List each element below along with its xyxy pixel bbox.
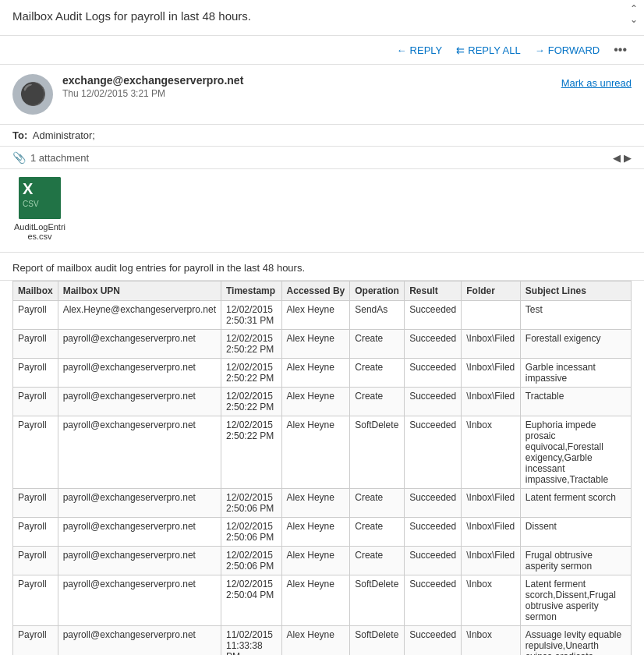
- table-cell: Alex Heyne: [281, 330, 350, 359]
- table-body: PayrollAlex.Heyne@exchangeserverpro.net1…: [13, 301, 632, 656]
- table-row: Payrollpayroll@exchangeserverpro.net11/0…: [13, 626, 632, 656]
- table-cell: 12/02/2015 2:50:22 PM: [221, 388, 281, 416]
- table-cell: Test: [520, 301, 631, 330]
- table-cell: Create: [350, 489, 405, 518]
- attachment-count: 1 attachment: [30, 152, 89, 164]
- table-row: Payrollpayroll@exchangeserverpro.net12/0…: [13, 489, 632, 518]
- table-cell: \Inbox\Filed: [462, 489, 521, 518]
- table-cell: Succeeded: [405, 388, 462, 416]
- body-text: Report of mailbox audit log entries for …: [12, 262, 305, 274]
- table-cell: Payroll: [13, 575, 58, 626]
- table-cell: Payroll: [13, 301, 58, 330]
- reply-arrow-icon: ←: [397, 44, 407, 56]
- table-cell: Payroll: [13, 388, 58, 416]
- table-cell: Succeeded: [405, 359, 462, 388]
- table-cell: Payroll: [13, 518, 58, 547]
- sender-email: exchange@exchangeserverpro.net: [62, 74, 632, 87]
- table-cell: Payroll: [13, 626, 58, 656]
- paperclip-icon: 📎: [12, 151, 26, 164]
- table-cell: payroll@exchangeserverpro.net: [58, 330, 221, 359]
- table-cell: Payroll: [13, 489, 58, 518]
- person-icon: ⚫: [19, 83, 47, 105]
- table-cell: Payroll: [13, 547, 58, 575]
- table-cell: Garble incessant impassive: [520, 359, 631, 388]
- attachment-file[interactable]: X CSV AuditLogEntries.csv: [12, 177, 67, 241]
- reply-button[interactable]: ← REPLY: [392, 42, 448, 58]
- reply-all-arrow-icon: ⇇: [456, 44, 465, 56]
- table-row: Payrollpayroll@exchangeserverpro.net12/0…: [13, 416, 632, 489]
- attachment-box: X CSV AuditLogEntries.csv: [0, 169, 644, 253]
- table-cell: Succeeded: [405, 518, 462, 547]
- excel-file-icon: X CSV: [19, 177, 61, 219]
- table-cell: payroll@exchangeserverpro.net: [58, 489, 221, 518]
- next-attachment-icon[interactable]: ▶: [624, 152, 632, 164]
- table-cell: 12/02/2015 2:50:22 PM: [221, 359, 281, 388]
- to-label: To:: [12, 129, 27, 141]
- table-cell: Assuage levity equable repulsive,Unearth…: [520, 626, 631, 656]
- table-cell: \Inbox: [462, 626, 521, 656]
- col-header-upn: Mailbox UPN: [58, 281, 221, 301]
- table-cell: \Inbox: [462, 416, 521, 489]
- table-cell: Create: [350, 330, 405, 359]
- table-cell: Alex Heyne: [281, 518, 350, 547]
- scroll-up-icon[interactable]: ⌃⌄: [630, 3, 638, 25]
- table-cell: Alex Heyne: [281, 547, 350, 575]
- table-cell: payroll@exchangeserverpro.net: [58, 626, 221, 656]
- action-bar: ← REPLY ⇇ REPLY ALL → FORWARD •••: [0, 36, 644, 65]
- table-cell: Latent ferment scorch: [520, 489, 631, 518]
- table-cell: payroll@exchangeserverpro.net: [58, 388, 221, 416]
- col-header-folder: Folder: [462, 281, 521, 301]
- svg-text:X: X: [23, 180, 34, 197]
- col-header-mailbox: Mailbox: [13, 281, 58, 301]
- table-cell: SoftDelete: [350, 575, 405, 626]
- table-cell: Alex Heyne: [281, 388, 350, 416]
- table-cell: Succeeded: [405, 626, 462, 656]
- table-cell: SendAs: [350, 301, 405, 330]
- table-cell: SoftDelete: [350, 626, 405, 656]
- table-cell: \Inbox\Filed: [462, 330, 521, 359]
- table-cell: Euphoria impede prosaic equivocal,Forest…: [520, 416, 631, 489]
- table-cell: Succeeded: [405, 575, 462, 626]
- prev-attachment-icon[interactable]: ◀: [613, 152, 621, 164]
- table-cell: Alex Heyne: [281, 575, 350, 626]
- sender-info: exchange@exchangeserverpro.net Thu 12/02…: [62, 74, 632, 99]
- table-cell: Payroll: [13, 359, 58, 388]
- table-cell: Alex Heyne: [281, 359, 350, 388]
- table-cell: Alex Heyne: [281, 626, 350, 656]
- mark-unread-button[interactable]: Mark as unread: [561, 77, 632, 89]
- table-cell: Succeeded: [405, 547, 462, 575]
- table-cell: payroll@exchangeserverpro.net: [58, 575, 221, 626]
- avatar: ⚫: [12, 74, 53, 115]
- attachment-nav[interactable]: ◀ ▶: [613, 152, 632, 164]
- col-header-timestamp: Timestamp: [221, 281, 281, 301]
- table-cell: \Inbox\Filed: [462, 547, 521, 575]
- table-cell: payroll@exchangeserverpro.net: [58, 547, 221, 575]
- col-header-subject: Subject Lines: [520, 281, 631, 301]
- more-actions-button[interactable]: •••: [609, 41, 632, 59]
- table-cell: 12/02/2015 2:50:31 PM: [221, 301, 281, 330]
- table-header: Mailbox Mailbox UPN Timestamp Accessed B…: [13, 281, 632, 301]
- table-cell: 11/02/2015 11:33:38 PM: [221, 626, 281, 656]
- table-row: Payrollpayroll@exchangeserverpro.net12/0…: [13, 575, 632, 626]
- col-header-result: Result: [405, 281, 462, 301]
- attachment-filename: AuditLogEntries.csv: [12, 222, 67, 241]
- table-cell: Alex.Heyne@exchangeserverpro.net: [58, 301, 221, 330]
- table-cell: SoftDelete: [350, 416, 405, 489]
- table-row: Payrollpayroll@exchangeserverpro.net12/0…: [13, 388, 632, 416]
- table-cell: Payroll: [13, 330, 58, 359]
- page-title: Mailbox Audit Logs for payroll in last 4…: [12, 9, 632, 23]
- email-body: Report of mailbox audit log entries for …: [0, 253, 644, 281]
- table-cell: Alex Heyne: [281, 489, 350, 518]
- forward-button[interactable]: → FORWARD: [530, 42, 604, 58]
- table-cell: Forestall exigency: [520, 330, 631, 359]
- to-line: To: Administrator;: [0, 125, 644, 147]
- table-cell: \Inbox\Filed: [462, 359, 521, 388]
- table-row: Payrollpayroll@exchangeserverpro.net12/0…: [13, 518, 632, 547]
- table-row: Payrollpayroll@exchangeserverpro.net12/0…: [13, 547, 632, 575]
- reply-all-button[interactable]: ⇇ REPLY ALL: [451, 42, 525, 58]
- table-cell: 12/02/2015 2:50:06 PM: [221, 489, 281, 518]
- table-cell: payroll@exchangeserverpro.net: [58, 518, 221, 547]
- table-cell: 12/02/2015 2:50:04 PM: [221, 575, 281, 626]
- table-row: Payrollpayroll@exchangeserverpro.net12/0…: [13, 359, 632, 388]
- table-cell: \Inbox\Filed: [462, 388, 521, 416]
